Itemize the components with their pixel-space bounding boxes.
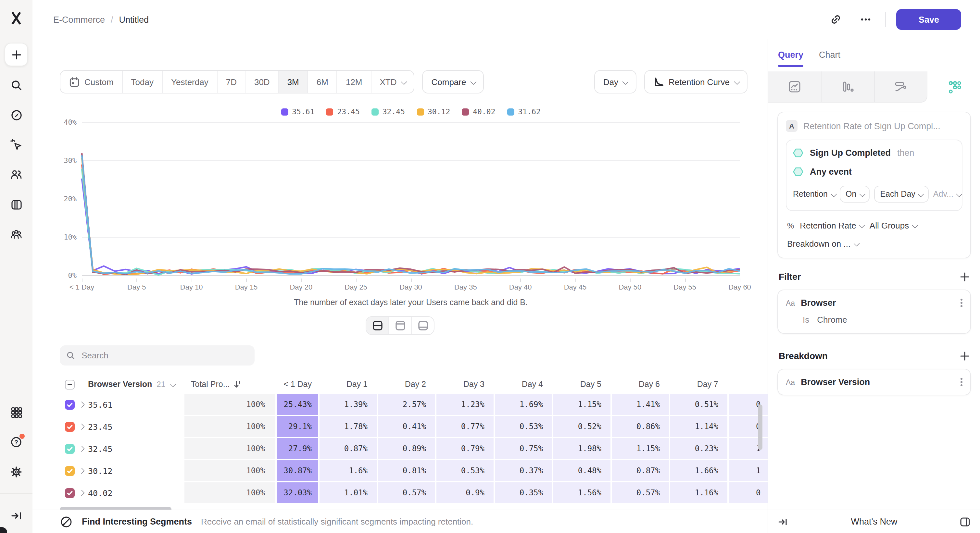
date-range-today[interactable]: Today	[122, 71, 162, 93]
table-row[interactable]: 23.45100%29.1%1.78%0.41%0.77%0.53%0.52%0…	[60, 416, 768, 437]
chevron-right-icon[interactable]	[78, 424, 84, 430]
table-row[interactable]: 40.02100%32.03%1.01%0.57%0.9%0.35%1.56%0…	[60, 482, 768, 503]
expand-sidebar-button[interactable]	[5, 504, 27, 527]
sidebar-discover-button[interactable]	[5, 104, 27, 126]
series-line-35.61[interactable]	[82, 179, 740, 274]
table-row[interactable]: 30.12100%30.87%1.6%0.81%0.53%0.37%0.48%0…	[60, 460, 768, 481]
date-range-12m[interactable]: 12M	[337, 71, 371, 93]
legend-item[interactable]: 40.02	[462, 107, 495, 116]
filter-card[interactable]: Aa Browser Is Chrome	[777, 290, 971, 334]
find-segments-button[interactable]: Find Interesting Segments	[82, 517, 192, 527]
legend-item[interactable]: 30.12	[417, 107, 450, 116]
legend-item[interactable]: 32.45	[371, 107, 405, 116]
more-options-button[interactable]	[856, 9, 877, 30]
day-column-header[interactable]: Day 4	[495, 374, 552, 394]
date-range-yesterday[interactable]: Yesterday	[162, 71, 217, 93]
day-column-header[interactable]: Day 2	[378, 374, 435, 394]
day-column-header[interactable]: < 1 Day	[277, 374, 318, 394]
series-line-40.02[interactable]	[82, 153, 740, 274]
advanced-dropdown[interactable]: Adv...	[933, 190, 961, 199]
query-title[interactable]: Retention Rate of Sign Up Compl...	[803, 121, 940, 131]
breakdown-property[interactable]: Browser Version	[801, 377, 870, 387]
sidebar-cohorts-button[interactable]	[5, 223, 27, 246]
row-checkbox[interactable]	[65, 444, 75, 454]
mixpanel-logo-icon[interactable]	[8, 10, 24, 26]
date-range-xtd[interactable]: XTD	[371, 71, 414, 93]
series-line-23.45[interactable]	[82, 165, 740, 274]
chevron-right-icon[interactable]	[78, 490, 84, 496]
date-range-7d[interactable]: 7D	[217, 71, 245, 93]
granularity-button[interactable]: Day	[594, 70, 636, 94]
report-insights-button[interactable]	[768, 71, 821, 103]
tab-chart[interactable]: Chart	[819, 50, 840, 71]
kebab-menu-icon[interactable]	[961, 302, 963, 304]
retention-dropdown[interactable]: Retention	[793, 190, 835, 199]
day-column-header[interactable]: Day 5	[553, 374, 611, 394]
day-column-header[interactable]: Day 3	[436, 374, 493, 394]
select-all-checkbox[interactable]	[65, 379, 75, 389]
return-event-row[interactable]: Any event	[793, 167, 955, 176]
breakdown-on-dropdown[interactable]: Breakdown on ...	[787, 239, 858, 249]
series-line-31.62[interactable]	[82, 155, 740, 274]
interval-dropdown[interactable]: Each Day	[874, 186, 928, 203]
date-range-3m[interactable]: 3M	[278, 71, 307, 93]
groups-dropdown[interactable]: All Groups	[870, 221, 916, 230]
chevron-right-icon[interactable]	[78, 468, 84, 474]
create-plus-button[interactable]	[5, 43, 28, 66]
filter-operator[interactable]: Is	[803, 315, 809, 325]
layout-chart-only-button[interactable]	[388, 317, 411, 334]
kebab-menu-icon[interactable]	[961, 381, 963, 383]
sidebar-search-button[interactable]	[5, 74, 27, 96]
on-dropdown[interactable]: On	[840, 186, 870, 203]
total-column-header[interactable]: Total Pro...	[191, 380, 230, 389]
report-flows-button[interactable]	[875, 71, 928, 103]
breakdown-column-header[interactable]: Browser Version	[88, 380, 152, 389]
day-column-header[interactable]: Day 1	[320, 374, 377, 394]
legend-item[interactable]: 23.45	[326, 107, 360, 116]
save-button[interactable]: Save	[897, 9, 961, 30]
vertical-scrollbar[interactable]	[758, 405, 762, 450]
layout-split-button[interactable]	[366, 317, 388, 334]
whats-new-link[interactable]: What's New	[768, 517, 980, 527]
report-funnels-button[interactable]	[821, 71, 875, 103]
legend-item[interactable]: 31.62	[507, 107, 541, 116]
breadcrumb-project[interactable]: E-Commerce	[53, 14, 105, 24]
row-checkbox[interactable]	[65, 400, 75, 409]
add-filter-button[interactable]	[960, 272, 970, 281]
breadcrumb-title[interactable]: Untitled	[119, 14, 149, 24]
horizontal-scrollbar[interactable]	[60, 507, 172, 510]
day-column-header[interactable]: Day 6	[612, 374, 669, 394]
help-button[interactable]: ?	[5, 431, 27, 453]
series-line-30.12[interactable]	[82, 158, 740, 274]
tab-query[interactable]: Query	[778, 50, 803, 71]
search-input[interactable]	[80, 350, 248, 361]
report-retention-button[interactable]	[928, 71, 980, 103]
row-checkbox[interactable]	[65, 422, 75, 431]
date-range-30d[interactable]: 30D	[245, 71, 278, 93]
settings-button[interactable]	[5, 461, 27, 483]
chevron-right-icon[interactable]	[78, 401, 84, 408]
filter-property[interactable]: Browser	[801, 298, 836, 308]
compare-button[interactable]: Compare	[422, 70, 484, 94]
day-column-header[interactable]: Day 7	[670, 374, 727, 394]
row-checkbox[interactable]	[65, 466, 75, 476]
legend-item[interactable]: 35.61	[281, 107, 314, 116]
add-breakdown-button[interactable]	[960, 351, 970, 361]
breakdown-card[interactable]: Aa Browser Version	[777, 369, 971, 395]
retention-chart[interactable]: 0%10%20%30%40%< 1 DayDay 5Day 10Day 15Da…	[82, 123, 740, 276]
date-range-custom[interactable]: Custom	[60, 71, 122, 93]
row-checkbox[interactable]	[65, 488, 75, 498]
apps-grid-button[interactable]	[5, 401, 27, 423]
series-line-32.45[interactable]	[82, 169, 740, 275]
table-row[interactable]: 32.45100%27.9%0.87%0.89%0.79%0.75%1.98%1…	[60, 438, 768, 459]
sidebar-events-button[interactable]	[5, 134, 27, 156]
filter-value[interactable]: Chrome	[817, 315, 847, 325]
layout-table-only-button[interactable]	[411, 317, 434, 334]
copy-link-button[interactable]	[826, 9, 846, 30]
chart-type-button[interactable]: Retention Curve	[644, 70, 748, 94]
table-row[interactable]: 35.61100%25.43%1.39%2.57%1.23%1.69%1.15%…	[60, 394, 768, 415]
measure-dropdown[interactable]: Retention Rate	[800, 221, 864, 230]
sidebar-boards-button[interactable]	[5, 194, 27, 216]
first-event-row[interactable]: Sign Up Completed then	[793, 148, 955, 158]
sidebar-users-button[interactable]	[5, 163, 27, 186]
